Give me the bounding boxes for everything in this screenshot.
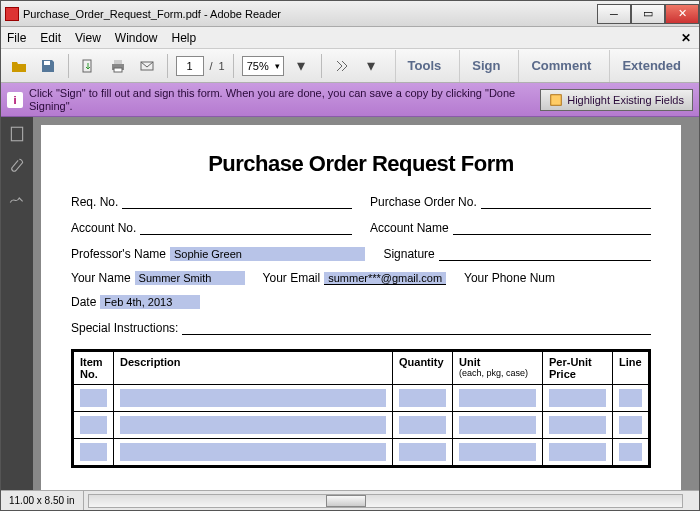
menu-edit[interactable]: Edit	[40, 31, 61, 45]
table-row	[74, 412, 649, 439]
page-total: 1	[219, 60, 225, 72]
side-toolbar	[1, 117, 33, 490]
toolbar: / 1 75% ▾ ▾ Tools Sign Comment Extended	[1, 49, 699, 83]
zoom-select[interactable]: 75%	[242, 56, 284, 76]
titlebar: Purchase_Order_Request_Form.pdf - Adobe …	[1, 1, 699, 27]
sign-message: Click "Sign" to fill out and sign this f…	[29, 87, 534, 111]
cell-desc[interactable]	[114, 385, 393, 412]
cell-qty[interactable]	[393, 385, 453, 412]
cell-price[interactable]	[543, 439, 613, 466]
table-row	[74, 385, 649, 412]
page-input[interactable]	[176, 56, 204, 76]
th-desc: Description	[114, 352, 393, 385]
email-icon[interactable]	[135, 54, 158, 78]
th-item-no: Item No.	[74, 352, 114, 385]
window-title: Purchase_Order_Request_Form.pdf - Adobe …	[23, 8, 597, 20]
field-special[interactable]	[182, 319, 651, 335]
label-acct-no: Account No.	[71, 221, 136, 235]
cell-unit[interactable]	[453, 412, 543, 439]
cell-price[interactable]	[543, 412, 613, 439]
minimize-button[interactable]: ─	[597, 4, 631, 24]
th-unit: Unit(each, pkg, case)	[453, 352, 543, 385]
label-po-no: Purchase Order No.	[370, 195, 477, 209]
chevron-down-icon[interactable]: ▾	[359, 54, 382, 78]
maximize-button[interactable]: ▭	[631, 4, 665, 24]
info-icon: i	[7, 92, 23, 108]
svg-rect-1	[83, 60, 91, 72]
cell-qty[interactable]	[393, 439, 453, 466]
svg-rect-3	[114, 60, 122, 64]
svg-rect-6	[551, 94, 562, 105]
field-signature[interactable]	[439, 245, 651, 261]
th-price: Per-Unit Price	[543, 352, 613, 385]
field-po-no[interactable]	[481, 193, 651, 209]
field-prof[interactable]: Sophie Green	[170, 247, 365, 261]
cell-price[interactable]	[543, 385, 613, 412]
panel-sign[interactable]: Sign	[459, 50, 512, 82]
label-your-name: Your Name	[71, 271, 131, 285]
cell-item-no[interactable]	[74, 385, 114, 412]
cell-desc[interactable]	[114, 439, 393, 466]
panel-tools[interactable]: Tools	[395, 50, 454, 82]
label-acct-name: Account Name	[370, 221, 449, 235]
page-dimensions: 11.00 x 8.50 in	[1, 491, 84, 510]
highlight-fields-button[interactable]: Highlight Existing Fields	[540, 89, 693, 111]
label-special: Special Instructions:	[71, 321, 178, 335]
label-signature: Signature	[383, 247, 434, 261]
save-icon[interactable]	[36, 54, 59, 78]
pdf-page: Purchase Order Request Form Req. No. Pur…	[41, 125, 681, 490]
pdf-icon	[5, 7, 19, 21]
cell-item-no[interactable]	[74, 412, 114, 439]
cell-line[interactable]	[613, 439, 649, 466]
print-icon[interactable]	[106, 54, 129, 78]
field-date[interactable]: Feb 4th, 2013	[100, 295, 200, 309]
menu-help[interactable]: Help	[172, 31, 197, 45]
sign-message-bar: i Click "Sign" to fill out and sign this…	[1, 83, 699, 117]
cell-desc[interactable]	[114, 412, 393, 439]
svg-rect-7	[11, 127, 22, 141]
open-icon[interactable]	[7, 54, 30, 78]
items-table: Item No. Description Quantity Unit(each,…	[71, 349, 651, 468]
cell-unit[interactable]	[453, 439, 543, 466]
form-title: Purchase Order Request Form	[71, 151, 651, 177]
menubar: File Edit View Window Help ✕	[1, 27, 699, 49]
label-your-email: Your Email	[263, 271, 321, 285]
field-your-name[interactable]: Summer Smith	[135, 271, 245, 285]
label-req-no: Req. No.	[71, 195, 118, 209]
label-prof: Professor's Name	[71, 247, 166, 261]
cell-line[interactable]	[613, 385, 649, 412]
document-viewport[interactable]: Purchase Order Request Form Req. No. Pur…	[33, 117, 699, 490]
menu-window[interactable]: Window	[115, 31, 158, 45]
cell-item-no[interactable]	[74, 439, 114, 466]
scroll-thumb[interactable]	[326, 495, 366, 507]
menu-view[interactable]: View	[75, 31, 101, 45]
horizontal-scrollbar[interactable]	[88, 494, 683, 508]
table-row	[74, 439, 649, 466]
reading-mode-icon[interactable]	[330, 54, 353, 78]
signature-icon[interactable]	[8, 189, 26, 207]
label-date: Date	[71, 295, 96, 309]
thumbnails-icon[interactable]	[8, 125, 26, 143]
svg-rect-0	[44, 61, 50, 65]
svg-rect-4	[114, 68, 122, 72]
field-req-no[interactable]	[122, 193, 352, 209]
field-acct-no[interactable]	[140, 219, 352, 235]
panel-extended[interactable]: Extended	[609, 50, 693, 82]
menu-file[interactable]: File	[7, 31, 26, 45]
field-your-email[interactable]: summer***@gmail.com	[324, 272, 446, 285]
zoom-value: 75%	[247, 60, 269, 72]
page-separator: /	[210, 60, 213, 72]
field-acct-name[interactable]	[453, 219, 651, 235]
menubar-close-icon[interactable]: ✕	[681, 31, 691, 45]
cell-line[interactable]	[613, 412, 649, 439]
close-button[interactable]: ✕	[665, 4, 699, 24]
attachment-icon[interactable]	[8, 157, 26, 175]
cell-qty[interactable]	[393, 412, 453, 439]
panel-comment[interactable]: Comment	[518, 50, 603, 82]
cell-unit[interactable]	[453, 385, 543, 412]
highlight-icon	[549, 93, 563, 107]
th-line: Line	[613, 352, 649, 385]
export-icon[interactable]	[77, 54, 100, 78]
statusbar: 11.00 x 8.50 in	[1, 490, 699, 510]
chevron-down-icon[interactable]: ▾	[290, 54, 313, 78]
